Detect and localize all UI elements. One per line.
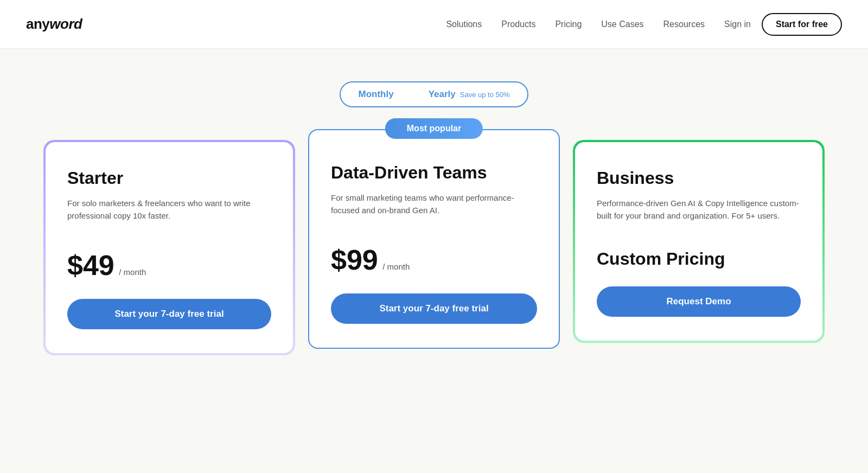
popular-plan-desc: For small marketing teams who want perfo… — [331, 191, 537, 224]
starter-price-period: / month — [119, 267, 146, 277]
yearly-toggle[interactable]: Yearly Save up to 50% — [411, 82, 527, 106]
signin-link[interactable]: Sign in — [724, 20, 751, 29]
starter-plan-name: Starter — [67, 168, 271, 188]
business-card: Business Performance-driven Gen AI & Cop… — [575, 142, 822, 341]
nav-pricing[interactable]: Pricing — [555, 20, 582, 29]
popular-plan-name: Data-Driven Teams — [331, 163, 537, 183]
nav-solutions[interactable]: Solutions — [446, 20, 482, 29]
nav-products[interactable]: Products — [501, 20, 535, 29]
starter-card-wrapper: Starter For solo marketers & freelancers… — [43, 140, 295, 355]
starter-cta-button[interactable]: Start your 7-day free trial — [67, 299, 271, 329]
starter-card: Starter For solo marketers & freelancers… — [46, 142, 293, 353]
start-free-button[interactable]: Start for free — [762, 13, 842, 36]
navbar: anyword Solutions Products Pricing Use C… — [0, 0, 868, 49]
nav-resources[interactable]: Resources — [663, 20, 705, 29]
popular-cta-button[interactable]: Start your 7-day free trial — [331, 293, 537, 324]
business-plan-desc: Performance-driven Gen AI & Copy Intelli… — [597, 197, 801, 229]
popular-card: Most popular Data-Driven Teams For small… — [308, 129, 560, 349]
billing-toggle-container: Monthly Yearly Save up to 50% — [43, 81, 825, 107]
popular-price: $99 / month — [331, 244, 537, 276]
logo: anyword — [26, 16, 82, 33]
save-badge: Save up to 50% — [460, 91, 510, 99]
business-price: Custom Pricing — [597, 249, 801, 269]
popular-price-amount: $99 — [331, 244, 378, 276]
business-price-custom: Custom Pricing — [597, 249, 725, 269]
popular-price-period: / month — [382, 262, 410, 271]
popular-badge: Most popular — [385, 118, 483, 139]
starter-plan-desc: For solo marketers & freelancers who wan… — [67, 197, 271, 229]
business-card-wrapper: Business Performance-driven Gen AI & Cop… — [573, 140, 825, 343]
business-plan-name: Business — [597, 168, 801, 188]
business-cta-button[interactable]: Request Demo — [597, 286, 801, 317]
pricing-cards-grid: Starter For solo marketers & freelancers… — [43, 140, 825, 355]
billing-toggle: Monthly Yearly Save up to 50% — [340, 81, 528, 107]
starter-price: $49 / month — [67, 249, 271, 282]
monthly-toggle[interactable]: Monthly — [341, 82, 411, 106]
nav-links: Solutions Products Pricing Use Cases Res… — [446, 20, 705, 29]
popular-card-wrapper: Most popular Data-Driven Teams For small… — [308, 129, 560, 349]
starter-price-amount: $49 — [67, 250, 114, 281]
yearly-label: Yearly — [429, 89, 456, 100]
nav-use-cases[interactable]: Use Cases — [601, 20, 643, 29]
main-content: Monthly Yearly Save up to 50% Starter Fo… — [0, 49, 868, 399]
